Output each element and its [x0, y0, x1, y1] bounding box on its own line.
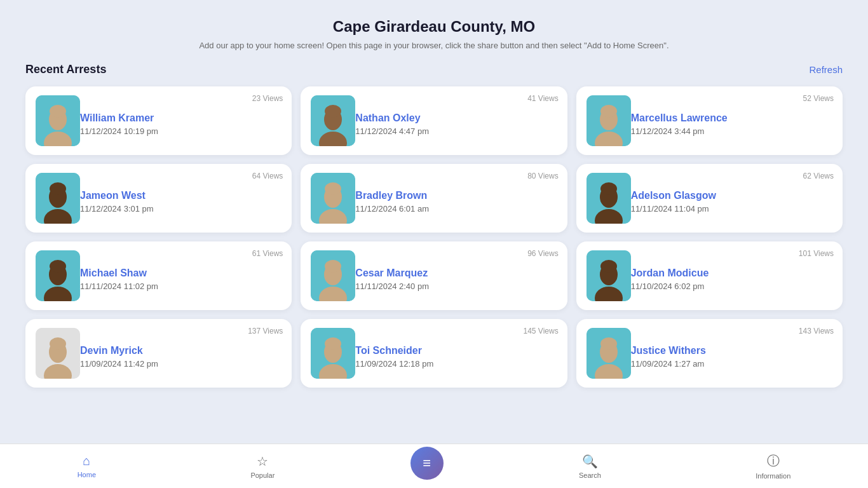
popular-icon: ☆ — [257, 454, 268, 469]
person-date: 11/12/2024 3:01 pm — [80, 204, 154, 214]
person-photo — [587, 95, 631, 146]
person-date: 11/09/2024 12:18 pm — [355, 359, 433, 369]
page-subtitle: Add our app to your home screen! Open th… — [13, 41, 855, 50]
nav-center-button[interactable]: ≡ — [410, 447, 444, 480]
svg-point-27 — [50, 260, 66, 273]
person-name: Jordan Modicue — [631, 268, 709, 279]
content-area: Recent Arrests Refresh 23 Views William … — [0, 57, 868, 488]
person-name: Devin Myrick — [80, 345, 158, 356]
views-count: 101 Views — [799, 249, 834, 258]
section-header: Recent Arrests Refresh — [25, 63, 843, 76]
nav-search[interactable]: 🔍 Search — [560, 454, 620, 479]
nav-information[interactable]: ⓘ Information — [736, 452, 810, 480]
page-container: Cape Girardeau County, MO Add our app to… — [0, 0, 868, 488]
person-photo — [587, 173, 631, 224]
arrest-card[interactable]: 62 Views Adelson Glasgow11/11/2024 11:04… — [576, 164, 843, 233]
search-icon: 🔍 — [582, 454, 598, 469]
person-date: 11/12/2024 4:47 pm — [355, 126, 429, 136]
person-info: Jordan Modicue11/10/2024 6:02 pm — [631, 268, 709, 291]
nav-search-label: Search — [579, 471, 601, 479]
person-photo — [587, 328, 631, 379]
person-photo — [36, 250, 80, 301]
svg-point-31 — [325, 260, 341, 273]
arrest-card[interactable]: 23 Views William Kramer11/12/2024 10:19 … — [25, 86, 292, 155]
views-count: 52 Views — [803, 94, 834, 103]
svg-point-39 — [50, 337, 66, 350]
svg-point-35 — [600, 260, 617, 273]
svg-point-43 — [325, 337, 341, 350]
person-name: Adelson Glasgow — [631, 190, 716, 201]
person-info: Michael Shaw11/11/2024 11:02 pm — [80, 268, 158, 291]
person-photo — [587, 250, 631, 301]
arrest-card[interactable]: 80 Views Bradley Brown11/12/2024 6:01 am — [301, 164, 567, 233]
person-photo — [311, 173, 355, 224]
nav-home[interactable]: ⌂ Home — [58, 454, 115, 478]
refresh-button[interactable]: Refresh — [809, 64, 843, 75]
information-icon: ⓘ — [767, 452, 780, 470]
nav-popular-label: Popular — [250, 471, 275, 479]
arrest-card[interactable]: 41 Views Nathan Oxley11/12/2024 4:47 pm — [301, 86, 567, 155]
views-count: 137 Views — [248, 327, 283, 336]
person-info: Jameon West11/12/2024 3:01 pm — [80, 190, 154, 214]
person-info: Devin Myrick11/09/2024 11:42 pm — [80, 345, 158, 369]
person-name: William Kramer — [80, 112, 158, 124]
person-photo — [311, 95, 355, 146]
person-info: Bradley Brown11/12/2024 6:01 am — [355, 190, 429, 214]
page-header: Cape Girardeau County, MO Add our app to… — [0, 0, 868, 57]
svg-point-7 — [325, 105, 341, 118]
arrest-card[interactable]: 145 Views Toi Schneider11/09/2024 12:18 … — [301, 319, 567, 388]
person-info: Marcellus Lawrence11/12/2024 3:44 pm — [631, 112, 728, 136]
svg-point-11 — [600, 105, 617, 118]
svg-point-47 — [600, 337, 617, 350]
person-info: Nathan Oxley11/12/2024 4:47 pm — [355, 112, 429, 136]
svg-point-15 — [50, 182, 66, 195]
person-name: Marcellus Lawrence — [631, 112, 728, 124]
views-count: 23 Views — [252, 94, 283, 103]
person-photo — [36, 95, 80, 146]
nav-home-label: Home — [78, 471, 96, 478]
svg-point-23 — [600, 182, 617, 195]
arrest-card[interactable]: 101 Views Jordan Modicue11/10/2024 6:02 … — [576, 241, 843, 310]
views-count: 80 Views — [527, 172, 558, 180]
person-name: Cesar Marquez — [355, 268, 429, 279]
nav-popular[interactable]: ☆ Popular — [231, 454, 294, 479]
person-info: William Kramer11/12/2024 10:19 pm — [80, 112, 158, 136]
nav-information-label: Information — [756, 472, 790, 480]
person-date: 11/11/2024 2:40 pm — [355, 281, 429, 291]
arrest-card[interactable]: 64 Views Jameon West11/12/2024 3:01 pm — [25, 164, 292, 233]
views-count: 143 Views — [799, 327, 834, 336]
arrest-card[interactable]: 137 Views Devin Myrick11/09/2024 11:42 p… — [25, 319, 292, 388]
person-name: Jameon West — [80, 190, 154, 201]
person-date: 11/09/2024 1:27 am — [631, 359, 706, 369]
person-name: Nathan Oxley — [355, 112, 429, 124]
views-count: 145 Views — [524, 327, 559, 336]
person-photo — [36, 328, 80, 379]
person-name: Justice Withers — [631, 345, 706, 356]
svg-point-3 — [50, 105, 66, 118]
views-count: 64 Views — [252, 172, 283, 180]
arrest-card[interactable]: 143 Views Justice Withers11/09/2024 1:27… — [576, 319, 843, 388]
section-title: Recent Arrests — [25, 63, 106, 76]
person-photo — [36, 173, 80, 224]
arrest-card[interactable]: 96 Views Cesar Marquez11/11/2024 2:40 pm — [301, 241, 567, 310]
person-date: 11/09/2024 11:42 pm — [80, 359, 158, 369]
person-info: Cesar Marquez11/11/2024 2:40 pm — [355, 268, 429, 291]
home-icon: ⌂ — [83, 454, 90, 468]
person-photo — [311, 250, 355, 301]
person-name: Toi Schneider — [355, 345, 433, 356]
bottom-navigation: ⌂ Home ☆ Popular ≡ 🔍 Search ⓘ Informatio… — [0, 444, 868, 488]
svg-point-19 — [325, 182, 341, 195]
person-date: 11/11/2024 11:04 pm — [631, 204, 716, 214]
person-date: 11/12/2024 3:44 pm — [631, 126, 728, 136]
person-photo — [311, 328, 355, 379]
person-name: Michael Shaw — [80, 268, 158, 279]
person-date: 11/10/2024 6:02 pm — [631, 281, 709, 291]
arrest-card[interactable]: 61 Views Michael Shaw11/11/2024 11:02 pm — [25, 241, 292, 310]
person-date: 11/11/2024 11:02 pm — [80, 281, 158, 291]
arrest-card[interactable]: 52 Views Marcellus Lawrence11/12/2024 3:… — [576, 86, 843, 155]
person-date: 11/12/2024 6:01 am — [355, 204, 429, 214]
views-count: 62 Views — [803, 172, 834, 180]
filter-icon: ≡ — [423, 455, 431, 471]
page-title: Cape Girardeau County, MO — [13, 18, 855, 36]
views-count: 41 Views — [527, 94, 558, 103]
